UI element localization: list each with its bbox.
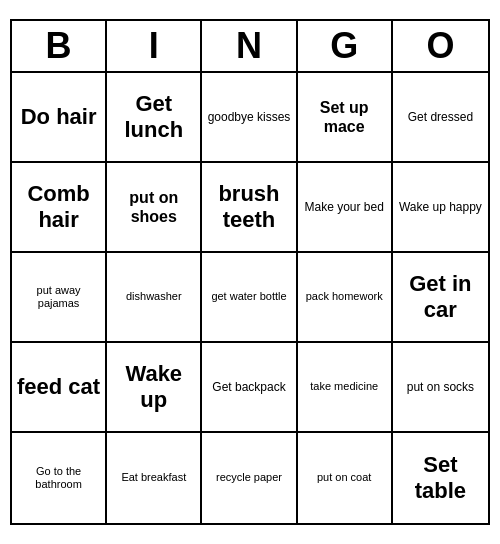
header-letter: N — [202, 21, 297, 71]
bingo-cell-3: Set up mace — [298, 73, 393, 163]
bingo-cell-2: goodbye kisses — [202, 73, 297, 163]
bingo-cell-15: feed cat — [12, 343, 107, 433]
bingo-cell-5: Comb hair — [12, 163, 107, 253]
bingo-cell-6: put on shoes — [107, 163, 202, 253]
bingo-header: BINGO — [12, 21, 488, 73]
bingo-cell-0: Do hair — [12, 73, 107, 163]
header-letter: B — [12, 21, 107, 71]
header-letter: I — [107, 21, 202, 71]
bingo-cell-17: Get backpack — [202, 343, 297, 433]
bingo-cell-18: take medicine — [298, 343, 393, 433]
bingo-cell-8: Make your bed — [298, 163, 393, 253]
bingo-cell-7: brush teeth — [202, 163, 297, 253]
bingo-cell-13: pack homework — [298, 253, 393, 343]
bingo-cell-23: put on coat — [298, 433, 393, 523]
bingo-cell-16: Wake up — [107, 343, 202, 433]
header-letter: O — [393, 21, 488, 71]
bingo-cell-11: dishwasher — [107, 253, 202, 343]
bingo-cell-1: Get lunch — [107, 73, 202, 163]
bingo-cell-9: Wake up happy — [393, 163, 488, 253]
bingo-cell-21: Eat breakfast — [107, 433, 202, 523]
bingo-card: BINGO Do hairGet lunchgoodbye kissesSet … — [10, 19, 490, 525]
bingo-cell-14: Get in car — [393, 253, 488, 343]
bingo-cell-24: Set table — [393, 433, 488, 523]
bingo-cell-22: recycle paper — [202, 433, 297, 523]
bingo-cell-12: get water bottle — [202, 253, 297, 343]
bingo-cell-19: put on socks — [393, 343, 488, 433]
bingo-cell-4: Get dressed — [393, 73, 488, 163]
bingo-cell-20: Go to the bathroom — [12, 433, 107, 523]
header-letter: G — [298, 21, 393, 71]
bingo-grid: Do hairGet lunchgoodbye kissesSet up mac… — [12, 73, 488, 523]
bingo-cell-10: put away pajamas — [12, 253, 107, 343]
